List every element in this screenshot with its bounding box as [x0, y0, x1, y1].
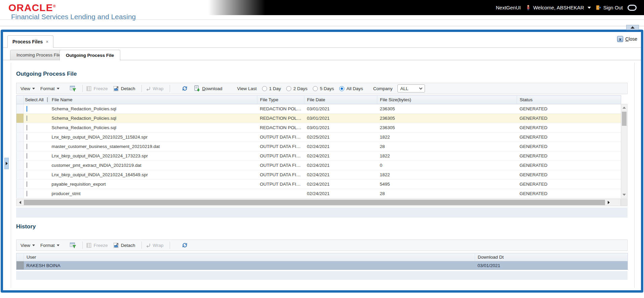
scroll-left-icon[interactable]	[16, 199, 24, 206]
table-row[interactable]: Lnx_bkrp_output_INDIA_20210225_115824.sp…	[16, 133, 621, 142]
divider	[634, 63, 635, 288]
company-select-value: ALL	[400, 86, 409, 91]
format-menu-button[interactable]: Format	[40, 86, 59, 91]
row-checkbox[interactable]	[27, 191, 27, 196]
download-button[interactable]: Download	[194, 85, 222, 92]
row-checkbox[interactable]	[27, 153, 27, 159]
table-row[interactable]: Lnx_bkrp_output_INDIA_20210224_164549.sp…	[16, 170, 621, 180]
sign-out-label: Sign Out	[603, 5, 623, 10]
radio-5-days[interactable]: 5 Days	[313, 86, 334, 91]
detach-button[interactable]: Detach	[113, 243, 135, 248]
topbar: NextGenUI Welcome, ABSHEKAR Sign Out	[208, 0, 644, 15]
row-checkbox[interactable]	[27, 125, 27, 131]
scroll-right-icon[interactable]	[605, 199, 612, 206]
wrap-icon	[145, 243, 151, 248]
table-row[interactable]: Lnx_bkrp_output_INDIA_20210224_173223.sp…	[16, 151, 621, 161]
tab-outgoing-process-file[interactable]: Outgoing Process File	[59, 50, 120, 61]
row-checkbox[interactable]	[27, 115, 27, 121]
query-by-example-button[interactable]	[70, 242, 76, 249]
row-checkbox[interactable]	[27, 181, 27, 187]
panel-footer-strip	[16, 208, 628, 218]
table-row[interactable]: producer_stmt 02/24/202128 GENERATED	[16, 189, 621, 198]
divider	[170, 241, 170, 249]
divider	[141, 241, 142, 249]
tab-close-icon[interactable]: ×	[46, 39, 48, 44]
tab-incoming-process-file[interactable]: Incoming Process File	[10, 50, 68, 60]
panel-splitter-handle[interactable]	[4, 158, 9, 169]
divider	[82, 241, 83, 249]
table-row[interactable]: master_customer_business_statement_20210…	[16, 142, 621, 151]
freeze-button[interactable]: Freeze	[86, 86, 108, 91]
divider	[0, 20, 644, 20]
divider	[141, 85, 142, 92]
refresh-button[interactable]	[181, 242, 188, 249]
format-menu-button[interactable]: Format	[40, 243, 59, 248]
wrap-button[interactable]: Wrap	[145, 86, 164, 91]
table-row[interactable]: customer_pmt_extract_INDIA_20210219.datO…	[16, 161, 621, 170]
history-section-title: History	[16, 223, 36, 230]
horizontal-scrollbar[interactable]	[16, 199, 621, 206]
scrollbar-corner	[621, 199, 628, 206]
detach-button[interactable]: Detach	[113, 86, 135, 91]
vertical-scrollbar[interactable]	[621, 104, 628, 198]
radio-2-days[interactable]: 2 Days	[286, 86, 307, 91]
table-row[interactable]: payable_requisition_exportOUTPUT DATA FI…	[16, 180, 621, 189]
table-header-row: Select All File Name File Type File Date…	[16, 96, 621, 104]
select-all-checkbox[interactable]	[47, 97, 48, 102]
vertical-scroll-thumb[interactable]	[622, 112, 627, 126]
row-checkbox[interactable]	[27, 144, 27, 149]
nextgenui-link[interactable]: NextGenUI	[496, 5, 521, 10]
triangle-right-icon	[6, 162, 8, 165]
col-file-size[interactable]: File Size(bytes)	[377, 96, 517, 104]
history-table: User Download Dt RAKESH BOINA 03/01/2021	[16, 253, 628, 270]
radio-all-days[interactable]: All Days	[339, 86, 363, 91]
row-checkbox[interactable]	[27, 162, 27, 168]
view-menu-button[interactable]: View	[20, 243, 35, 248]
history-row[interactable]: RAKESH BOINA 03/01/2021	[16, 261, 628, 270]
user-menu[interactable]: Welcome, ABSHEKAR	[525, 5, 591, 10]
process-files-window-tab[interactable]: Process Files ×	[7, 35, 53, 48]
outgoing-section-title: Outgoing Process File	[16, 71, 77, 77]
close-button[interactable]: x Close	[617, 36, 637, 42]
view-last-label: View Last	[237, 86, 257, 91]
history-toolbar: View Format Freeze Detach Wrap	[16, 239, 628, 251]
col-file-name[interactable]: File Name	[49, 96, 257, 104]
row-checkbox[interactable]	[27, 172, 27, 178]
col-file-type[interactable]: File Type	[257, 96, 304, 104]
query-by-example-button[interactable]	[70, 85, 76, 92]
scroll-up-icon[interactable]	[621, 105, 627, 110]
wrap-icon	[145, 86, 151, 91]
col-user[interactable]: User	[24, 253, 475, 261]
col-download-dt[interactable]: Download Dt	[475, 253, 628, 261]
row-gutter	[16, 261, 24, 270]
wrap-button[interactable]: Wrap	[145, 243, 164, 248]
divider	[170, 85, 170, 92]
radio-icon	[286, 86, 291, 91]
divider	[0, 26, 644, 26]
table-row[interactable]: Schema_Redaction_Policies.sqlREDACTION P…	[16, 123, 621, 133]
select-all-label: Select All	[25, 97, 44, 102]
collapse-panel-button[interactable]	[626, 25, 639, 30]
table-row[interactable]: Schema_Redaction_Policies.sqlREDACTION P…	[16, 104, 621, 114]
col-status[interactable]: Status	[517, 96, 621, 104]
sign-out-icon	[596, 5, 601, 10]
refresh-button[interactable]	[181, 85, 188, 92]
row-checkbox[interactable]	[27, 106, 27, 112]
radio-1-day[interactable]: 1 Day	[262, 86, 281, 91]
divider	[11, 63, 11, 288]
chevron-down-icon	[419, 86, 422, 90]
freeze-button[interactable]: Freeze	[86, 243, 108, 248]
divider	[3, 47, 641, 48]
table-row[interactable]: Schema_Redaction_Policies.sqlREDACTION P…	[16, 114, 621, 123]
refresh-icon	[181, 242, 188, 249]
horizontal-scroll-thumb[interactable]	[24, 200, 605, 205]
company-select[interactable]: ALL	[397, 84, 425, 92]
col-file-date[interactable]: File Date	[304, 96, 377, 104]
scroll-down-icon[interactable]	[621, 192, 627, 197]
person-icon	[525, 5, 531, 10]
sign-out-link[interactable]: Sign Out	[596, 5, 623, 10]
history-header-row: User Download Dt	[16, 253, 628, 261]
row-checkbox[interactable]	[27, 134, 27, 140]
view-menu-button[interactable]: View	[20, 86, 35, 91]
session-indicator-icon[interactable]	[628, 5, 637, 11]
